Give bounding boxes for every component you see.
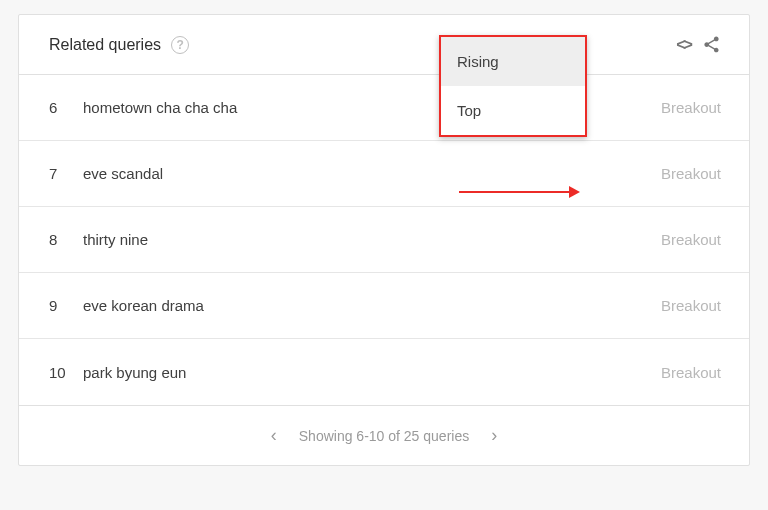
query-row[interactable]: 6 hometown cha cha cha Breakout (19, 75, 749, 141)
row-text: eve korean drama (83, 297, 661, 314)
row-rank: 6 (49, 99, 83, 116)
help-icon[interactable]: ? (171, 36, 189, 54)
query-row[interactable]: 10 park byung eun Breakout (19, 339, 749, 405)
share-icon[interactable] (702, 35, 721, 54)
row-badge: Breakout (661, 99, 721, 116)
panel-title: Related queries (49, 36, 161, 54)
row-text: eve scandal (83, 165, 661, 182)
pager-prev[interactable]: ‹ (271, 425, 277, 446)
row-badge: Breakout (661, 231, 721, 248)
row-rank: 7 (49, 165, 83, 182)
query-row[interactable]: 7 eve scandal Breakout (19, 141, 749, 207)
row-rank: 9 (49, 297, 83, 314)
sort-dropdown[interactable]: Rising Top (439, 35, 587, 137)
row-rank: 10 (49, 364, 83, 381)
pager-next[interactable]: › (491, 425, 497, 446)
row-badge: Breakout (661, 165, 721, 182)
row-text: park byung eun (83, 364, 661, 381)
annotation-arrow (459, 186, 580, 198)
pager-text: Showing 6-10 of 25 queries (299, 428, 469, 444)
query-row[interactable]: 8 thirty nine Breakout (19, 207, 749, 273)
embed-icon[interactable]: <> (676, 35, 690, 55)
dropdown-option-top[interactable]: Top (441, 86, 585, 135)
header-actions: <> (676, 35, 721, 55)
row-rank: 8 (49, 231, 83, 248)
dropdown-option-rising[interactable]: Rising (441, 37, 585, 86)
query-list: 6 hometown cha cha cha Breakout 7 eve sc… (19, 75, 749, 405)
row-badge: Breakout (661, 297, 721, 314)
query-row[interactable]: 9 eve korean drama Breakout (19, 273, 749, 339)
row-text: thirty nine (83, 231, 661, 248)
pager: ‹ Showing 6-10 of 25 queries › (19, 405, 749, 465)
related-queries-panel: Related queries ? <> Rising Top 6 hometo… (18, 14, 750, 466)
row-badge: Breakout (661, 364, 721, 381)
panel-header: Related queries ? <> (19, 15, 749, 75)
